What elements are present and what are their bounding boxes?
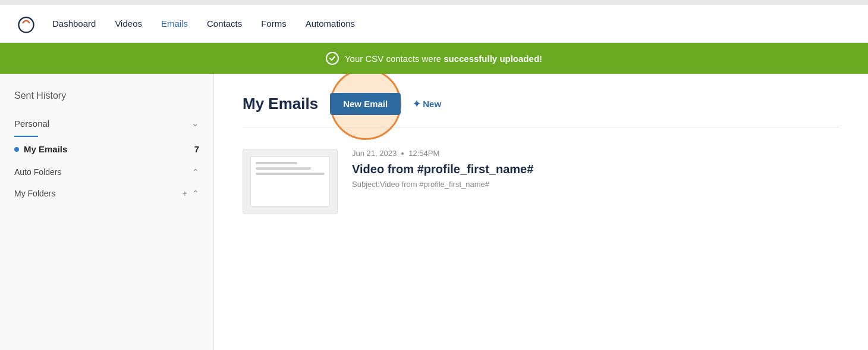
sparkle-icon: ✦	[413, 98, 420, 110]
new-email-button[interactable]: New Email	[330, 93, 401, 115]
header: Dashboard Videos Emails Contacts Forms A…	[0, 5, 868, 43]
my-emails-label: My Emails	[14, 144, 67, 154]
chevron-down-icon: ⌄	[191, 118, 199, 129]
check-icon	[326, 52, 339, 65]
my-emails-text: My Emails	[24, 144, 67, 154]
chevron-up-icon: ⌃	[192, 167, 199, 177]
page-title: My Emails	[243, 95, 318, 113]
my-folders-icons: + ⌃	[183, 189, 199, 198]
email-thumbnail	[243, 149, 338, 214]
sidebar-item-my-folders[interactable]: My Folders + ⌃	[0, 183, 213, 204]
sidebar-item-auto-folders[interactable]: Auto Folders ⌃	[0, 161, 213, 183]
email-item[interactable]: Jun 21, 2023 12:54PM Video from #profile…	[243, 139, 839, 224]
nav-contacts[interactable]: Contacts	[207, 18, 242, 29]
svg-point-0	[18, 17, 33, 32]
nav-automations[interactable]: Automations	[306, 18, 355, 29]
email-thumbnail-inner	[250, 157, 330, 207]
new-ai-button[interactable]: ✦ New	[413, 98, 441, 110]
sidebar: Sent History Personal ⌄ My Emails 7 Auto…	[0, 74, 214, 350]
logo-icon[interactable]	[14, 12, 38, 36]
main-nav: Dashboard Videos Emails Contacts Forms A…	[52, 18, 355, 29]
thumb-line-2	[256, 167, 311, 170]
success-message-bold: successfully uploaded!	[444, 54, 542, 64]
email-time: 12:54PM	[408, 149, 439, 158]
my-folders-label: My Folders	[14, 189, 55, 198]
email-subject: Video from #profile_first_name#	[352, 162, 839, 176]
dot-sep	[401, 152, 404, 155]
email-meta: Jun 21, 2023 12:54PM	[352, 149, 839, 158]
sidebar-sent-history[interactable]: Sent History	[0, 74, 213, 111]
chevron-up-icon-2: ⌃	[192, 189, 199, 198]
email-list: Jun 21, 2023 12:54PM Video from #profile…	[214, 127, 868, 236]
nav-forms[interactable]: Forms	[261, 18, 287, 29]
email-sub-subject: Subject:Video from #profile_first_name#	[352, 180, 839, 189]
sidebar-item-my-emails[interactable]: My Emails 7	[0, 137, 213, 161]
main-layout: Sent History Personal ⌄ My Emails 7 Auto…	[0, 74, 868, 350]
content-area: My Emails New Email ✦ New	[214, 74, 868, 350]
thumb-line-3	[256, 173, 325, 175]
content-header: My Emails New Email ✦ New	[214, 74, 868, 127]
sidebar-personal-label: Personal	[14, 118, 49, 129]
my-emails-count: 7	[194, 144, 199, 154]
new-ai-label: New	[423, 99, 441, 109]
plus-icon: +	[183, 189, 187, 198]
nav-emails[interactable]: Emails	[161, 18, 188, 29]
sidebar-personal[interactable]: Personal ⌄	[0, 111, 213, 136]
new-email-btn-wrapper: New Email	[330, 93, 401, 115]
thumbnail-lines	[251, 157, 329, 180]
auto-folders-label: Auto Folders	[14, 167, 61, 177]
email-info: Jun 21, 2023 12:54PM Video from #profile…	[352, 149, 839, 189]
success-banner: Your CSV contacts were successfully uplo…	[0, 43, 868, 74]
nav-videos[interactable]: Videos	[115, 18, 142, 29]
thumb-line-1	[256, 162, 297, 164]
active-dot	[14, 147, 19, 152]
top-bar	[0, 0, 868, 5]
email-date: Jun 21, 2023	[352, 149, 397, 158]
auto-folders-icons: ⌃	[192, 167, 199, 177]
success-message: Your CSV contacts were successfully uplo…	[345, 54, 542, 64]
nav-dashboard[interactable]: Dashboard	[52, 18, 96, 29]
